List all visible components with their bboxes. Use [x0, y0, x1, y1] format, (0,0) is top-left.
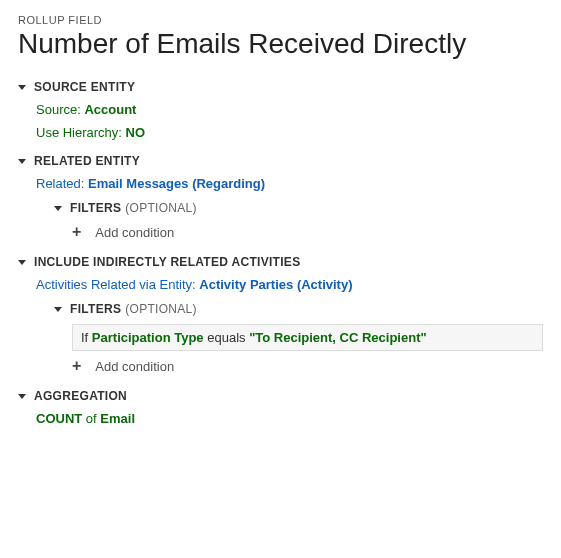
aggregation-header-label: AGGREGATION — [34, 389, 127, 403]
source-field[interactable]: Source: Account — [36, 102, 543, 117]
filter-condition-row[interactable]: If Participation Type equals "To Recipie… — [72, 324, 543, 351]
indirect-filters-header[interactable]: FILTERS (OPTIONAL) — [54, 302, 543, 316]
related-paren: (Regarding) — [192, 176, 265, 191]
agg-field: Email — [100, 411, 135, 426]
cond-val: "To Recipient, CC Recipient" — [249, 330, 427, 345]
section-related-entity: RELATED ENTITY Related: Email Messages (… — [18, 154, 543, 241]
cond-if: If — [81, 330, 88, 345]
related-field[interactable]: Related: Email Messages (Regarding) — [36, 176, 543, 191]
source-entity-header-label: SOURCE ENTITY — [34, 80, 135, 94]
caret-icon — [18, 260, 26, 265]
aggregation-header[interactable]: AGGREGATION — [18, 389, 543, 403]
plus-icon: + — [72, 357, 81, 375]
via-paren: (Activity) — [297, 277, 353, 292]
hierarchy-label: Use Hierarchy: — [36, 125, 122, 140]
indirect-header-label: INCLUDE INDIRECTLY RELATED ACTIVITIES — [34, 255, 300, 269]
source-value: Account — [84, 102, 136, 117]
add-condition-label: Add condition — [95, 225, 174, 240]
agg-of: of — [86, 411, 97, 426]
agg-func: COUNT — [36, 411, 82, 426]
caret-icon — [54, 206, 62, 211]
source-label: Source: — [36, 102, 81, 117]
via-label: Activities Related via Entity: — [36, 277, 196, 292]
section-indirect-activities: INCLUDE INDIRECTLY RELATED ACTIVITIES Ac… — [18, 255, 543, 375]
section-aggregation: AGGREGATION COUNT of Email — [18, 389, 543, 426]
via-entity-field[interactable]: Activities Related via Entity: Activity … — [36, 277, 543, 292]
aggregation-expr[interactable]: COUNT of Email — [36, 411, 543, 426]
source-entity-header[interactable]: SOURCE ENTITY — [18, 80, 543, 94]
indirect-add-condition[interactable]: + Add condition — [72, 357, 543, 375]
caret-icon — [18, 159, 26, 164]
cond-field: Participation Type — [92, 330, 204, 345]
caret-icon — [18, 85, 26, 90]
hierarchy-field[interactable]: Use Hierarchy: NO — [36, 125, 543, 140]
breadcrumb: ROLLUP FIELD — [18, 14, 543, 26]
section-source-entity: SOURCE ENTITY Source: Account Use Hierar… — [18, 80, 543, 140]
add-condition-label: Add condition — [95, 359, 174, 374]
related-entity-header-label: RELATED ENTITY — [34, 154, 140, 168]
related-entity-header[interactable]: RELATED ENTITY — [18, 154, 543, 168]
via-entity-value: Activity Parties — [199, 277, 293, 292]
page-title: Number of Emails Received Directly — [18, 28, 543, 60]
related-filters-header[interactable]: FILTERS (OPTIONAL) — [54, 201, 543, 215]
caret-icon — [54, 307, 62, 312]
filters-label: FILTERS — [70, 201, 121, 215]
filters-label: FILTERS — [70, 302, 121, 316]
plus-icon: + — [72, 223, 81, 241]
cond-op: equals — [207, 330, 245, 345]
filters-optional: (OPTIONAL) — [125, 302, 197, 316]
related-entity-value: Email Messages — [88, 176, 188, 191]
caret-icon — [18, 394, 26, 399]
indirect-header[interactable]: INCLUDE INDIRECTLY RELATED ACTIVITIES — [18, 255, 543, 269]
filters-optional: (OPTIONAL) — [125, 201, 197, 215]
hierarchy-value: NO — [126, 125, 146, 140]
related-label: Related: — [36, 176, 84, 191]
related-add-condition[interactable]: + Add condition — [72, 223, 543, 241]
